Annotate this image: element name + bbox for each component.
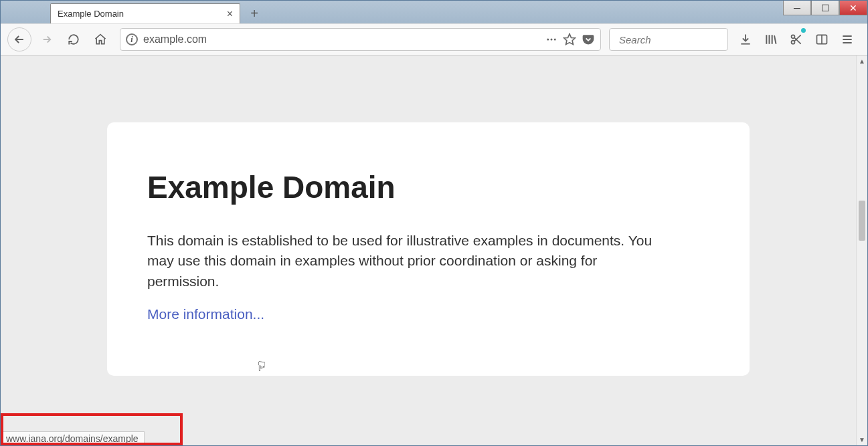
- page-actions-icon[interactable]: [545, 33, 557, 45]
- page-heading: Example Domain: [147, 169, 709, 205]
- scroll-up-button[interactable]: ▲: [857, 55, 867, 67]
- minimize-button[interactable]: ─: [783, 1, 811, 15]
- close-tab-button[interactable]: ×: [224, 8, 236, 20]
- reload-icon: [68, 33, 80, 45]
- new-tab-button[interactable]: +: [244, 3, 264, 23]
- bookmark-button[interactable]: [563, 33, 576, 46]
- forward-button[interactable]: [35, 28, 58, 51]
- address-bar[interactable]: i: [120, 28, 601, 51]
- arrow-right-icon: [41, 33, 53, 45]
- url-input[interactable]: [143, 33, 540, 45]
- home-icon: [94, 33, 107, 46]
- svg-point-5: [792, 35, 795, 38]
- scroll-thumb[interactable]: [859, 201, 865, 241]
- toolbar-right: [732, 28, 861, 51]
- menu-button[interactable]: [838, 28, 857, 51]
- scroll-track[interactable]: [857, 67, 867, 434]
- page-paragraph: This domain is established to be used fo…: [147, 231, 669, 292]
- arrow-left-icon: [13, 33, 26, 46]
- hamburger-icon: [841, 33, 854, 46]
- svg-point-2: [554, 39, 556, 41]
- screenshot-button[interactable]: [787, 28, 806, 51]
- downloads-button[interactable]: [736, 28, 755, 51]
- search-input[interactable]: [619, 34, 747, 45]
- svg-point-0: [547, 39, 549, 41]
- vertical-scrollbar[interactable]: ▲ ▼: [856, 55, 867, 445]
- notification-dot-icon: [801, 28, 806, 33]
- svg-marker-3: [564, 34, 576, 45]
- sidebar-icon: [815, 33, 829, 46]
- browser-window: ─ ☐ ✕ Example Domain × + i: [0, 0, 868, 446]
- scroll-down-button[interactable]: ▼: [857, 434, 867, 445]
- more-information-link[interactable]: More information...: [147, 306, 264, 322]
- page-card: Example Domain This domain is establishe…: [107, 122, 750, 376]
- star-icon: [563, 33, 576, 46]
- site-info-icon[interactable]: i: [126, 33, 138, 45]
- svg-point-6: [792, 41, 795, 44]
- ellipsis-icon: [545, 33, 557, 45]
- pocket-button[interactable]: [582, 33, 595, 46]
- tab-title: Example Domain: [58, 9, 224, 19]
- sidebar-button[interactable]: [812, 28, 831, 51]
- browser-tab[interactable]: Example Domain ×: [50, 3, 240, 23]
- navigation-toolbar: i: [1, 23, 867, 55]
- close-window-button[interactable]: ✕: [839, 1, 867, 15]
- pocket-icon: [582, 33, 595, 46]
- download-icon: [739, 33, 752, 46]
- reload-button[interactable]: [62, 28, 85, 51]
- window-controls: ─ ☐ ✕: [783, 1, 867, 15]
- maximize-button[interactable]: ☐: [811, 1, 839, 15]
- content-area: Example Domain This domain is establishe…: [1, 55, 867, 445]
- page-viewport: Example Domain This domain is establishe…: [1, 55, 856, 445]
- scissors-icon: [790, 33, 803, 46]
- status-bar-link-preview: www.iana.org/domains/example: [1, 431, 145, 445]
- tab-strip: Example Domain × +: [1, 1, 867, 23]
- library-button[interactable]: [762, 28, 780, 51]
- search-bar[interactable]: [609, 28, 728, 51]
- svg-point-1: [551, 39, 553, 41]
- plus-icon: +: [250, 6, 258, 21]
- library-icon: [764, 33, 778, 46]
- home-button[interactable]: [89, 28, 112, 51]
- back-button[interactable]: [7, 27, 31, 51]
